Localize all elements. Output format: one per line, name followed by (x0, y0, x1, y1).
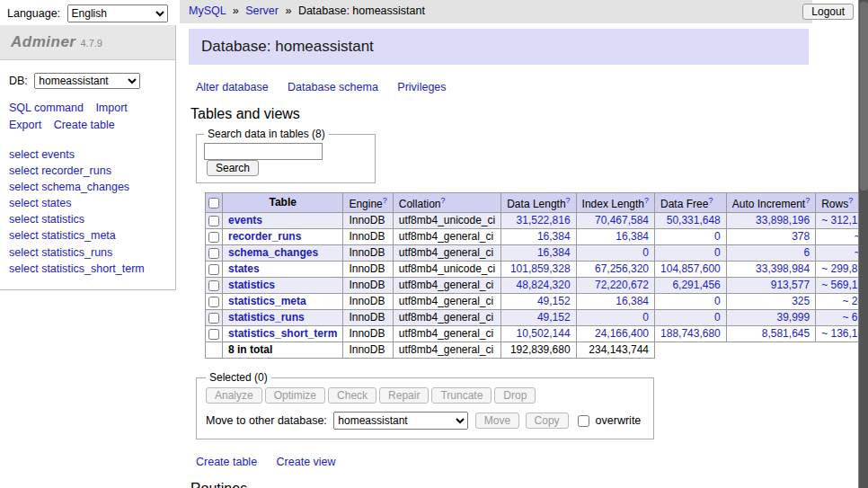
row-checkbox[interactable] (208, 313, 219, 324)
row-checkbox[interactable] (208, 297, 219, 307)
optimize-button[interactable]: Optimize (265, 387, 325, 404)
index_length-link[interactable]: 24,166,400 (595, 327, 649, 340)
overwrite-checkbox[interactable] (578, 415, 589, 427)
nav-link-database-schema[interactable]: Database schema (288, 81, 378, 93)
data_free-link[interactable]: 0 (714, 230, 721, 243)
drop-button[interactable]: Drop (494, 387, 536, 404)
overwrite-label: overwrite (596, 414, 642, 427)
index_length-link[interactable]: 72,220,672 (595, 279, 649, 291)
table-name-link[interactable]: statistics_meta (228, 295, 306, 307)
auto_increment-link[interactable]: 33,898,196 (756, 214, 810, 226)
index_length-link[interactable]: 0 (642, 246, 649, 259)
search-button[interactable]: Search (207, 160, 259, 176)
data_length-link[interactable]: 16,384 (537, 230, 571, 243)
search-input[interactable] (204, 143, 323, 160)
adminer-logo[interactable]: Adminer (11, 33, 75, 50)
db-select[interactable]: homeassistant (34, 73, 140, 89)
data_free-link[interactable]: 0 (714, 311, 721, 324)
table-name-link[interactable]: statistics (228, 279, 275, 291)
breadcrumb-server-link[interactable]: Server (245, 4, 279, 17)
sidebar-table-link-select-statistics-runs[interactable]: select statistics_runs (9, 244, 166, 261)
row-checkbox[interactable] (208, 216, 219, 226)
table-name-link[interactable]: events (228, 214, 262, 226)
analyze-button[interactable]: Analyze (206, 387, 262, 404)
table-name-link[interactable]: statistics_runs (228, 311, 305, 324)
row-checkbox[interactable] (208, 280, 219, 291)
breadcrumb-separator: » (233, 4, 239, 17)
cell-data_length: 49,152 (501, 310, 576, 326)
copy-button[interactable]: Copy (526, 413, 569, 429)
data_length-link[interactable]: 10,502,144 (517, 327, 571, 340)
help-icon[interactable]: ? (848, 196, 853, 205)
data_length-link[interactable]: 101,859,328 (510, 262, 571, 275)
help-icon[interactable]: ? (566, 196, 571, 205)
cell-index_length: 0 (576, 310, 654, 326)
auto_increment-link[interactable]: 8,581,645 (762, 327, 810, 340)
footer-link-create-table[interactable]: Create table (196, 456, 257, 468)
sidebar-link-create-table[interactable]: Create table (54, 119, 115, 131)
help-icon[interactable]: ? (440, 196, 445, 205)
repair-button[interactable]: Repair (379, 387, 429, 404)
row-checkbox[interactable] (208, 248, 219, 259)
row-checkbox[interactable] (208, 329, 219, 340)
table-name-link[interactable]: states (228, 262, 260, 275)
sidebar-link-sql-command[interactable]: SQL command (9, 102, 84, 114)
help-icon[interactable]: ? (708, 196, 713, 205)
index_length-link[interactable]: 67,256,320 (595, 262, 649, 275)
sidebar-table-link-select-statistics-meta[interactable]: select statistics_meta (9, 227, 166, 244)
nav-link-alter-database[interactable]: Alter database (196, 81, 269, 93)
data_length-link[interactable]: 49,152 (537, 311, 571, 324)
help-icon[interactable]: ? (383, 196, 387, 205)
auto_increment-link[interactable]: 33,398,984 (756, 262, 810, 275)
sidebar-table-link-select-schema-changes[interactable]: select schema_changes (9, 179, 166, 195)
check-button[interactable]: Check (328, 387, 376, 404)
sidebar-table-link-select-statistics-short-term[interactable]: select statistics_short_term (9, 261, 166, 277)
data_free-link[interactable]: 0 (714, 295, 721, 307)
auto_increment-link[interactable]: 6 (803, 246, 810, 259)
help-icon[interactable]: ? (644, 196, 649, 205)
logout-button[interactable]: Logout (802, 4, 854, 20)
row-checkbox[interactable] (208, 264, 219, 275)
data_length-link[interactable]: 31,522,816 (517, 214, 571, 226)
table-name-link[interactable]: schema_changes (228, 246, 318, 259)
data_free-link[interactable]: 6,291,456 (672, 279, 720, 291)
move-button[interactable]: Move (475, 413, 519, 429)
scrollbar[interactable] (858, 0, 868, 488)
data_free-link[interactable]: 104,857,600 (660, 262, 721, 275)
index_length-link[interactable]: 16,384 (616, 295, 649, 307)
sidebar-link-import[interactable]: Import (95, 102, 127, 114)
auto_increment-link[interactable]: 325 (792, 295, 810, 307)
sidebar-link-export[interactable]: Export (9, 119, 41, 131)
truncate-button[interactable]: Truncate (431, 387, 492, 404)
sidebar-table-link-select-recorder-runs[interactable]: select recorder_runs (9, 163, 166, 179)
sidebar-table-link-select-states[interactable]: select states (9, 195, 166, 211)
data_free-link[interactable]: 0 (714, 246, 721, 259)
breadcrumb-mysql-link[interactable]: MySQL (189, 4, 226, 17)
footer-link-create-view[interactable]: Create view (277, 456, 336, 468)
scrollbar-thumb[interactable] (860, 2, 868, 191)
table-name-link[interactable]: statistics_short_term (228, 327, 337, 340)
sidebar-table-link-select-statistics[interactable]: select statistics (9, 211, 166, 227)
move-db-select[interactable]: homeassistant (333, 412, 468, 430)
auto_increment-link[interactable]: 378 (792, 230, 810, 243)
data_free-link[interactable]: 188,743,680 (660, 327, 721, 340)
data_length-link[interactable]: 16,384 (537, 246, 571, 259)
row-checkbox[interactable] (208, 232, 219, 243)
index_length-link[interactable]: 16,384 (616, 230, 649, 243)
index_length-link[interactable]: 70,467,584 (595, 214, 649, 226)
cell-collation: utf8mb4_general_ci (393, 245, 500, 262)
column-header-table: Table (223, 193, 343, 213)
data_free-link[interactable]: 50,331,648 (667, 214, 721, 226)
table-name-link[interactable]: recorder_runs (228, 230, 301, 243)
data_length-link[interactable]: 48,824,320 (517, 279, 571, 291)
help-icon[interactable]: ? (805, 196, 810, 205)
index_length-link[interactable]: 0 (642, 311, 649, 324)
tables-body: eventsInnoDButf8mb4_unicode_ci31,522,816… (206, 213, 868, 359)
auto_increment-link[interactable]: 39,999 (776, 311, 810, 324)
data_length-link[interactable]: 49,152 (537, 295, 571, 307)
nav-link-privileges[interactable]: Privileges (397, 81, 446, 93)
language-select[interactable]: English (67, 4, 168, 22)
sidebar-table-link-select-events[interactable]: select events (9, 146, 166, 163)
select-all-checkbox[interactable] (208, 198, 219, 209)
auto_increment-link[interactable]: 913,577 (771, 279, 810, 291)
